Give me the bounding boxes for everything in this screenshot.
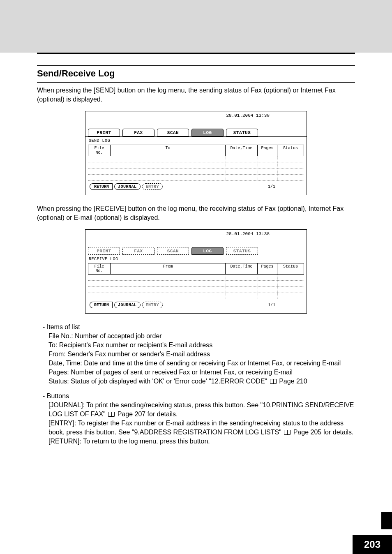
side-thumb-tab [381, 512, 392, 529]
lcd-receive-log: 28.01.2004 13:38 PRINT FAX SCAN LOG STAT… [85, 229, 307, 314]
item-file-no: File No.: Number of accepted job order [48, 332, 355, 341]
item-datetime: Date, Time: Date and time at the time of… [48, 359, 355, 368]
book-icon [284, 430, 291, 435]
return-button[interactable]: RETURN [90, 302, 113, 308]
return-button[interactable]: RETURN [90, 183, 113, 190]
table-row [88, 162, 304, 169]
buttons-entry-page: Page 205 for details. [291, 429, 353, 436]
entry-button[interactable]: ENTRY [142, 302, 163, 308]
book-icon [270, 379, 277, 384]
tab-fax[interactable]: FAX [122, 129, 154, 136]
lcd-subtitle-send: SEND LOG [88, 138, 304, 145]
tab-scan[interactable]: SCAN [157, 247, 189, 255]
col-file-no: File No. [88, 145, 111, 156]
items-heading: - Items of list [37, 323, 355, 332]
table-row [88, 293, 304, 299]
col-file-no: File No. [88, 263, 111, 274]
tab-scan[interactable]: SCAN [157, 129, 189, 136]
lcd-timestamp: 28.01.2004 13:38 [226, 231, 270, 236]
lcd-rows [88, 275, 304, 299]
header-gray-band [0, 0, 392, 53]
buttons-journal-page: Page 207 for details. [115, 411, 178, 418]
section-title: Send/Receive Log [37, 66, 355, 81]
tab-print[interactable]: PRINT [88, 247, 120, 255]
journal-button[interactable]: JOURNAL [114, 183, 141, 190]
send-intro-text: When pressing the [SEND] button on the l… [37, 86, 355, 104]
tab-log[interactable]: LOG [191, 129, 224, 136]
journal-button[interactable]: JOURNAL [114, 302, 141, 308]
lcd-subtitle-receive: RECEIVE LOG [88, 256, 304, 263]
item-status: Status: Status of job displayed with 'OK… [48, 377, 355, 386]
col-datetime: Date,Time [226, 145, 258, 156]
tab-status[interactable]: STATUS [226, 129, 258, 136]
table-row [88, 275, 304, 281]
lcd-timestamp: 28.01.2004 13:38 [226, 113, 270, 118]
page-indicator: 1/1 [268, 303, 301, 307]
col-status: Status [277, 263, 304, 274]
table-row [88, 175, 304, 181]
page-indicator: 1/1 [268, 185, 301, 189]
col-datetime: Date,Time [226, 263, 258, 274]
col-status: Status [277, 145, 304, 156]
buttons-heading: - Buttons [37, 392, 355, 401]
rule-below-title [37, 82, 355, 83]
col-from: From [111, 263, 226, 274]
lcd-table-header: File No. From Date,Time Pages Status [88, 263, 304, 275]
buttons-journal-text: [JOURNAL]: To print the sending/receivin… [48, 402, 354, 418]
table-row [88, 281, 304, 287]
receive-intro-text: When pressing the [RECEIVE] button on th… [37, 204, 355, 222]
item-status-text: Status: Status of job displayed with 'OK… [48, 378, 267, 385]
buttons-entry: [ENTRY]: To register the Fax number or E… [48, 419, 355, 437]
item-from: From: Sender's Fax number or sender's E-… [48, 350, 355, 359]
book-icon [108, 412, 115, 417]
table-row [88, 156, 304, 162]
item-pages: Pages: Number of pages of sent or receiv… [48, 368, 355, 377]
lcd-send-log: 28.01.2004 13:38 PRINT FAX SCAN LOG STAT… [85, 111, 307, 195]
lcd-rows [88, 156, 304, 181]
rule-thick [37, 53, 355, 54]
page-number: 203 [353, 535, 392, 554]
item-to: To: Recipient's Fax number or recipient'… [48, 341, 355, 350]
table-row [88, 287, 304, 293]
entry-button[interactable]: ENTRY [142, 183, 163, 190]
lcd-table-header: File No. To Date,Time Pages Status [88, 145, 304, 156]
col-to: To [111, 145, 226, 156]
tab-print[interactable]: PRINT [88, 129, 120, 136]
tab-fax[interactable]: FAX [122, 247, 154, 255]
table-row [88, 169, 304, 175]
item-status-page: Page 210 [277, 378, 307, 385]
buttons-journal: [JOURNAL]: To print the sending/receivin… [48, 401, 355, 419]
tab-status[interactable]: STATUS [226, 247, 258, 255]
buttons-return: [RETURN]: To return to the log menu, pre… [48, 437, 355, 446]
col-pages: Pages [258, 263, 277, 274]
col-pages: Pages [258, 145, 277, 156]
tab-log[interactable]: LOG [191, 247, 224, 255]
